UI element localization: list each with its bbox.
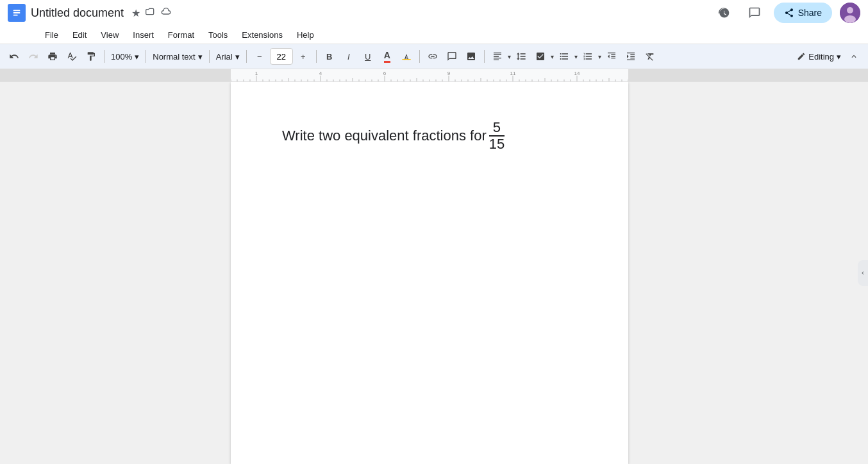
- bullet-list-button[interactable]: [555, 47, 573, 65]
- history-button[interactable]: [712, 1, 735, 24]
- italic-button[interactable]: I: [340, 47, 358, 65]
- menu-view[interactable]: View: [94, 28, 125, 42]
- font-value: Arial: [216, 52, 233, 62]
- indent-decrease-button[interactable]: [603, 47, 621, 65]
- text-color-button[interactable]: A: [378, 47, 396, 65]
- bullet-dropdown-icon: ▾: [574, 53, 578, 60]
- editing-mode-select[interactable]: Editing ▾: [794, 47, 844, 65]
- paint-format-button[interactable]: [82, 47, 100, 65]
- fraction: 5 15: [489, 120, 505, 151]
- font-dropdown-icon: ▾: [235, 52, 240, 62]
- star-icon[interactable]: ★: [131, 7, 140, 19]
- fraction-numerator: 5: [493, 120, 501, 135]
- top-right-actions: Share: [712, 1, 860, 24]
- divider-1: [104, 50, 104, 63]
- title-bar: Untitled document ★ Share: [0, 0, 868, 26]
- editing-mode-label: Editing: [808, 52, 834, 62]
- zoom-select[interactable]: 100% ▾: [108, 47, 142, 65]
- ruler: [0, 69, 868, 82]
- menu-format[interactable]: Format: [162, 28, 201, 42]
- highlight-button[interactable]: [397, 47, 415, 65]
- text-style-dropdown-icon: ▾: [198, 52, 203, 62]
- share-button[interactable]: Share: [774, 3, 832, 23]
- align-dropdown-icon: ▾: [508, 53, 511, 60]
- numbered-dropdown-icon: ▾: [598, 53, 601, 60]
- menu-insert[interactable]: Insert: [126, 28, 160, 42]
- line-spacing-button[interactable]: [512, 47, 530, 65]
- menu-edit[interactable]: Edit: [66, 28, 93, 42]
- menu-file[interactable]: File: [38, 28, 65, 42]
- menu-help[interactable]: Help: [290, 28, 321, 42]
- menu-tools[interactable]: Tools: [202, 28, 234, 42]
- content-text: Write two equivalent fractions for: [282, 125, 487, 146]
- text-style-value: Normal text: [153, 52, 195, 62]
- svg-rect-2: [13, 12, 21, 13]
- text-color-label: A: [384, 50, 390, 63]
- spellcheck-button[interactable]: [63, 47, 81, 65]
- cloud-icon[interactable]: [161, 6, 171, 19]
- divider-4: [246, 50, 247, 63]
- bold-button[interactable]: B: [321, 47, 338, 65]
- underline-button[interactable]: U: [359, 47, 377, 65]
- right-margin: [628, 82, 868, 464]
- side-panel-collapse[interactable]: [858, 260, 868, 286]
- comment-button[interactable]: [443, 47, 461, 65]
- title-icons: ★: [131, 6, 171, 19]
- fraction-denominator: 15: [489, 137, 505, 151]
- align-button[interactable]: [488, 47, 506, 65]
- editing-dropdown-icon: ▾: [837, 52, 841, 62]
- toolbar-collapse-button[interactable]: [845, 47, 863, 65]
- svg-rect-7: [402, 59, 410, 60]
- font-size-display[interactable]: 22: [270, 48, 293, 65]
- content-area[interactable]: Write two equivalent fractions for 5 15: [0, 82, 868, 464]
- checklist-dropdown-icon: ▾: [551, 53, 554, 60]
- folder-icon[interactable]: [146, 6, 156, 19]
- svg-rect-1: [13, 10, 21, 12]
- share-label: Share: [798, 8, 822, 18]
- image-button[interactable]: [462, 47, 480, 65]
- divider-7: [484, 50, 485, 63]
- numbered-list-button[interactable]: [579, 47, 597, 65]
- redo-button[interactable]: [24, 47, 42, 65]
- font-size-decrease-button[interactable]: −: [251, 47, 269, 65]
- clear-formatting-button[interactable]: [641, 47, 659, 65]
- divider-5: [316, 50, 317, 63]
- font-select[interactable]: Arial ▾: [213, 47, 242, 65]
- divider-6: [419, 50, 420, 63]
- svg-rect-3: [13, 15, 18, 16]
- toolbar: 100% ▾ Normal text ▾ Arial ▾ − 22 + B I …: [0, 44, 868, 69]
- document-title[interactable]: Untitled document: [31, 6, 124, 20]
- menu-bar: File Edit View Insert Format Tools Exten…: [0, 26, 868, 44]
- left-margin: [0, 82, 231, 464]
- zoom-dropdown-icon: ▾: [135, 52, 139, 62]
- svg-point-6: [844, 15, 856, 23]
- undo-button[interactable]: [5, 47, 23, 65]
- document-content: Write two equivalent fractions for 5 15: [282, 120, 577, 151]
- google-docs-icon[interactable]: [8, 4, 26, 22]
- user-avatar[interactable]: [840, 3, 860, 23]
- divider-3: [209, 50, 210, 63]
- text-style-select[interactable]: Normal text ▾: [150, 47, 204, 65]
- svg-point-5: [847, 7, 853, 13]
- comments-button[interactable]: [743, 1, 766, 24]
- zoom-value: 100%: [111, 52, 132, 62]
- checklist-button[interactable]: [531, 47, 549, 65]
- menu-extensions[interactable]: Extensions: [235, 28, 289, 42]
- indent-increase-button[interactable]: [622, 47, 640, 65]
- link-button[interactable]: [424, 47, 442, 65]
- document-page[interactable]: Write two equivalent fractions for 5 15: [231, 82, 628, 464]
- font-size-increase-button[interactable]: +: [294, 47, 312, 65]
- print-button[interactable]: [44, 47, 62, 65]
- divider-2: [146, 50, 146, 63]
